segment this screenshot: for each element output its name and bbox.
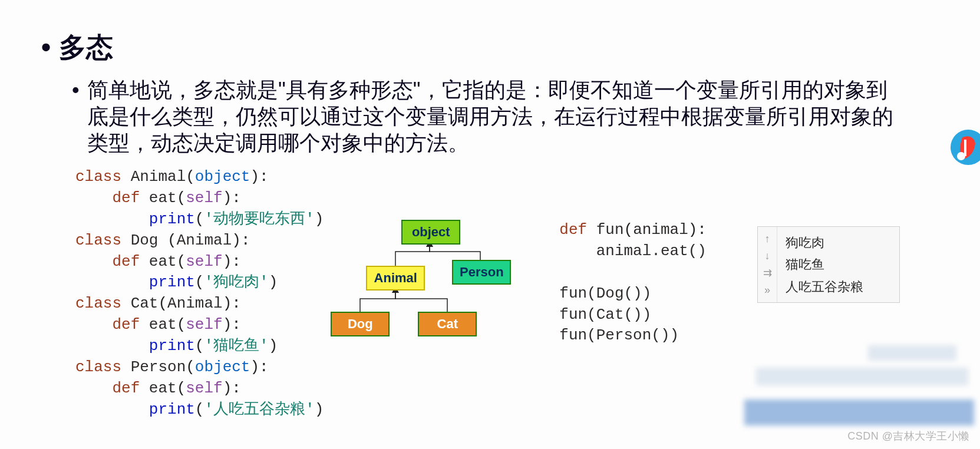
output-panel: ↑ ↓ ⇉ » 狗吃肉 猫吃鱼 人吃五谷杂粮 [757, 226, 900, 303]
arrow-down-icon[interactable]: ↓ [765, 250, 770, 262]
svg-point-1 [957, 152, 965, 160]
svg-rect-2 [964, 140, 966, 156]
music-icon [939, 127, 980, 168]
overline-icon[interactable]: ⇉ [763, 266, 772, 279]
code-block-classes: class Animal(object): def eat(self): pri… [75, 167, 324, 421]
output-line: 猫吃鱼 [786, 253, 863, 275]
arrow-up-icon[interactable]: ↑ [765, 233, 770, 245]
blur-decor [756, 368, 968, 385]
output-lines: 狗吃肉 猫吃鱼 人吃五谷杂粮 [777, 227, 870, 302]
code-block-fun: def fun(animal): animal.eat() fun(Dog())… [559, 220, 707, 346]
output-line: 狗吃肉 [786, 232, 863, 253]
diagram-node-dog: Dog [331, 312, 390, 336]
output-line: 人吃五谷杂粮 [786, 276, 863, 298]
output-gutter: ↑ ↓ ⇉ » [758, 227, 777, 302]
watermark: CSDN @吉林大学王小懒 [847, 429, 969, 443]
diagram-node-person: Person [452, 260, 511, 285]
heading-polymorphism: 多态 [41, 29, 956, 66]
diagram-node-animal: Animal [366, 266, 425, 290]
slide-body: 多态 简单地说，多态就是"具有多种形态"，它指的是：即便不知道一个变量所引用的对… [0, 0, 980, 421]
description-text: 简单地说，多态就是"具有多种形态"，它指的是：即便不知道一个变量所引用的对象到底… [87, 77, 897, 156]
more-icon[interactable]: » [764, 284, 770, 296]
blur-decor [744, 400, 974, 425]
diagram-node-cat: Cat [418, 312, 477, 336]
diagram-node-object: object [401, 220, 460, 245]
inheritance-diagram: object Animal Person Dog Cat [329, 220, 530, 349]
blur-decor [868, 345, 956, 361]
